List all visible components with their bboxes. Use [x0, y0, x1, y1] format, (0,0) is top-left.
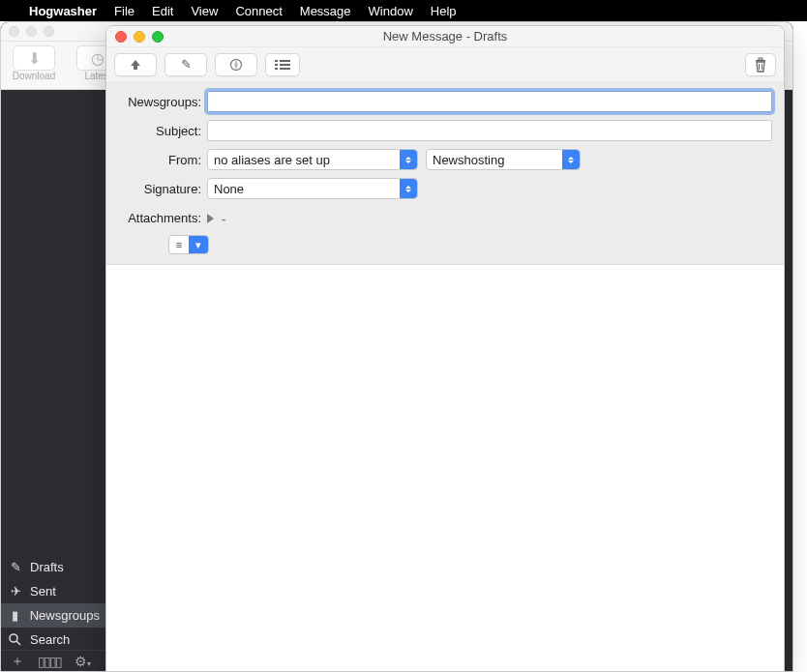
menu-view[interactable]: View — [191, 4, 218, 18]
paperplane-icon: ✈ — [9, 584, 22, 599]
menu-connect[interactable]: Connect — [235, 4, 282, 18]
sidebar-footer: ＋ ▯▯▯▯ ⚙▾ — [1, 650, 107, 671]
zoom-icon[interactable] — [44, 26, 54, 37]
sidebar-item-drafts[interactable]: ✎ Drafts — [1, 555, 107, 579]
svg-rect-7 — [275, 68, 278, 70]
search-icon — [9, 633, 22, 646]
sidebar-item-label: Search — [30, 632, 70, 647]
menu-window[interactable]: Window — [369, 4, 413, 18]
svg-rect-6 — [280, 64, 290, 66]
from-server-select[interactable]: Newshosting — [426, 149, 581, 170]
add-button[interactable]: ＋ — [11, 653, 24, 670]
format-segmented-control[interactable]: ≡ ▾ — [168, 235, 209, 254]
compose-toolbar: ✎ — [106, 47, 784, 82]
subject-label: Subject: — [114, 124, 207, 138]
sidebar-item-label: Sent — [30, 584, 56, 599]
format-option-lines-icon[interactable]: ≡ — [169, 236, 189, 253]
system-menubar: Hogwasher File Edit View Connect Message… — [0, 0, 807, 21]
compass-icon — [229, 58, 243, 72]
svg-rect-4 — [280, 60, 290, 62]
menu-file[interactable]: File — [114, 4, 134, 18]
clock-icon: ◷ — [91, 49, 105, 68]
trash-icon — [754, 57, 767, 73]
compose-titlebar: New Message - Drafts — [106, 26, 784, 47]
compose-window: New Message - Drafts ✎ — [105, 25, 785, 672]
from-server-value: Newshosting — [433, 153, 504, 167]
app-menu[interactable]: Hogwasher — [29, 4, 97, 18]
sidebar: ✎ Drafts ✈ Sent ▮ Newsgroups Search — [1, 555, 107, 652]
message-headers: Newsgroups: Subject: From: no aliases ar… — [106, 82, 784, 265]
up-arrow-icon — [129, 58, 142, 72]
sidebar-item-sent[interactable]: ✈ Sent — [1, 579, 107, 603]
from-alias-value: no aliases are set up — [214, 153, 330, 167]
message-body-textarea[interactable] — [106, 265, 784, 672]
signature-label: Signature: — [114, 182, 207, 196]
sidebar-item-newsgroups[interactable]: ▮ Newsgroups — [1, 603, 107, 628]
newsgroups-label: Newsgroups: — [114, 95, 207, 109]
chevron-updown-icon — [400, 150, 417, 169]
document-icon: ▮ — [9, 608, 22, 623]
list-toggle-button[interactable] — [265, 53, 300, 76]
subject-input[interactable] — [207, 120, 772, 141]
menu-edit[interactable]: Edit — [152, 4, 173, 18]
sidebar-item-search[interactable]: Search — [1, 628, 107, 652]
menu-help[interactable]: Help — [431, 4, 457, 18]
gear-icon[interactable]: ⚙▾ — [75, 654, 91, 669]
activity-icon[interactable]: ▯▯▯▯ — [38, 654, 61, 669]
svg-rect-5 — [275, 64, 278, 66]
close-icon[interactable] — [9, 26, 19, 37]
compass-button[interactable] — [215, 53, 257, 76]
chevron-updown-icon — [400, 179, 417, 198]
minimize-icon[interactable] — [26, 26, 37, 37]
format-option-dropdown-icon[interactable]: ▾ — [189, 236, 208, 253]
menu-message[interactable]: Message — [300, 4, 351, 18]
from-alias-select[interactable]: no aliases are set up — [207, 149, 418, 170]
download-icon: ⬇ — [28, 49, 41, 68]
attachments-label: Attachments: — [114, 211, 207, 225]
download-button[interactable]: ⬇ Download — [5, 45, 63, 81]
svg-point-0 — [10, 634, 17, 642]
edit-button[interactable]: ✎ — [164, 53, 207, 76]
disclosure-triangle-icon[interactable] — [207, 214, 214, 223]
chevron-updown-icon — [562, 150, 580, 169]
download-label: Download — [13, 71, 55, 81]
zoom-icon[interactable] — [152, 31, 164, 43]
pencil-icon: ✎ — [9, 560, 22, 574]
signature-select[interactable]: None — [207, 178, 418, 199]
pencil-icon: ✎ — [181, 57, 192, 72]
delete-button[interactable] — [745, 53, 776, 76]
send-button[interactable] — [114, 53, 157, 76]
sidebar-item-label: Drafts — [30, 560, 64, 574]
newsgroups-input[interactable] — [207, 91, 772, 112]
from-label: From: — [114, 153, 207, 167]
signature-value: None — [214, 182, 244, 196]
svg-rect-3 — [275, 60, 278, 62]
minimize-icon[interactable] — [134, 31, 145, 43]
svg-rect-8 — [280, 68, 290, 70]
list-icon — [275, 59, 290, 71]
svg-line-1 — [16, 641, 20, 645]
attachments-indicator: - — [222, 212, 225, 226]
window-title: New Message - Drafts — [106, 29, 784, 44]
close-icon[interactable] — [115, 31, 127, 43]
svg-rect-10 — [759, 58, 762, 60]
sidebar-item-label: Newsgroups — [30, 608, 100, 623]
